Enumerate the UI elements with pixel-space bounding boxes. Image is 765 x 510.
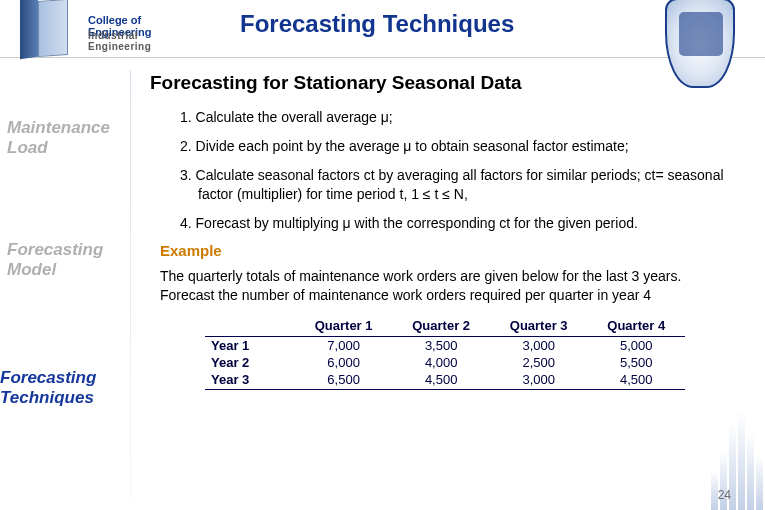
table-row: Year 1 7,000 3,500 3,000 5,000 [205, 337, 685, 355]
sidebar-item-forecasting-model: Forecasting Model [7, 240, 103, 281]
step-3: 3. Calculate seasonal factors ct by aver… [198, 166, 745, 204]
sidebar-item-forecasting-techniques: Forecasting Techniques [0, 368, 140, 409]
cell: 4,000 [392, 354, 490, 371]
step-1: 1. Calculate the overall average μ; [198, 108, 745, 127]
slide-title: Forecasting Techniques [240, 10, 514, 38]
table-row: Year 3 6,500 4,500 3,000 4,500 [205, 371, 685, 390]
cell: 3,000 [490, 371, 588, 390]
cell: 3,500 [392, 337, 490, 355]
cell: 4,500 [587, 371, 685, 390]
sidebar: Maintenance Load Forecasting Model Forec… [0, 70, 130, 500]
col-q3: Quarter 3 [490, 317, 588, 337]
row-head-y1: Year 1 [205, 337, 295, 355]
cell: 7,000 [295, 337, 393, 355]
cell: 6,500 [295, 371, 393, 390]
sidebar-item-maintenance-load: Maintenance Load [7, 118, 110, 159]
divider-line [130, 70, 131, 500]
university-crest-icon [665, 0, 735, 88]
header-bar: College of Engineering Industrial Engine… [0, 0, 765, 58]
section-subtitle: Forecasting for Stationary Seasonal Data [150, 72, 745, 94]
col-blank [205, 317, 295, 337]
content-area: Forecasting for Stationary Seasonal Data… [150, 72, 745, 390]
page-number: 24 [718, 488, 731, 502]
department-label: Industrial Engineering [88, 30, 185, 52]
step-2: 2. Divide each point by the average μ to… [198, 137, 745, 156]
table-header-row: Quarter 1 Quarter 2 Quarter 3 Quarter 4 [205, 317, 685, 337]
data-table: Quarter 1 Quarter 2 Quarter 3 Quarter 4 … [205, 317, 685, 390]
example-text: The quarterly totals of maintenance work… [160, 267, 735, 305]
steps-list: 1. Calculate the overall average μ; 2. D… [150, 108, 745, 232]
row-head-y2: Year 2 [205, 354, 295, 371]
col-q2: Quarter 2 [392, 317, 490, 337]
example-heading: Example [160, 242, 745, 259]
cell: 3,000 [490, 337, 588, 355]
col-q1: Quarter 1 [295, 317, 393, 337]
header-left: College of Engineering Industrial Engine… [0, 0, 185, 58]
step-4: 4. Forecast by multiplying μ with the co… [198, 214, 745, 233]
binder-graphic [20, 0, 80, 60]
cell: 4,500 [392, 371, 490, 390]
col-q4: Quarter 4 [587, 317, 685, 337]
table-row: Year 2 6,000 4,000 2,500 5,500 [205, 354, 685, 371]
cell: 6,000 [295, 354, 393, 371]
cell: 2,500 [490, 354, 588, 371]
row-head-y3: Year 3 [205, 371, 295, 390]
cell: 5,500 [587, 354, 685, 371]
cell: 5,000 [587, 337, 685, 355]
slide: College of Engineering Industrial Engine… [0, 0, 765, 510]
